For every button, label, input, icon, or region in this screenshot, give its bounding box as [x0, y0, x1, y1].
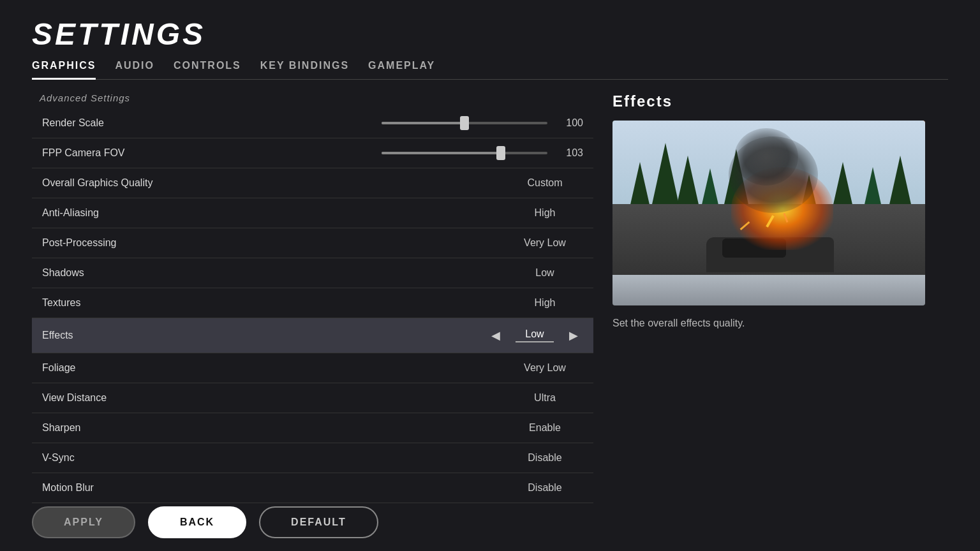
effects-next-button[interactable]: ▶: [564, 327, 583, 344]
render-scale-label: Render Scale: [42, 117, 382, 129]
info-panel: Effects: [593, 92, 948, 503]
setting-row-fpp-fov[interactable]: FPP Camera FOV 103: [32, 138, 593, 168]
page-title: SETTINGS: [32, 19, 948, 50]
anti-aliasing-value: High: [507, 207, 583, 219]
setting-row-shadows[interactable]: Shadows Low: [32, 258, 593, 288]
header: SETTINGS GRAPHICS AUDIO CONTROLS KEY BIN…: [0, 0, 980, 80]
setting-row-effects[interactable]: Effects ◀ Low ▶: [32, 318, 593, 353]
preview-scene: [612, 121, 925, 305]
section-title: Advanced Settings: [32, 92, 593, 103]
foliage-value: Very Low: [507, 362, 583, 374]
default-button[interactable]: DEFAULT: [259, 506, 378, 538]
setting-row-view-distance[interactable]: View Distance Ultra: [32, 383, 593, 413]
snow-ground: [612, 275, 925, 305]
info-description: Set the overall effects quality.: [612, 316, 929, 331]
anti-aliasing-label: Anti-Aliasing: [42, 207, 507, 219]
tab-graphics[interactable]: GRAPHICS: [32, 60, 96, 80]
overall-quality-label: Overall Graphics Quality: [42, 177, 507, 189]
fpp-fov-label: FPP Camera FOV: [42, 147, 382, 159]
textures-label: Textures: [42, 297, 507, 309]
setting-row-textures[interactable]: Textures High: [32, 288, 593, 318]
shadows-label: Shadows: [42, 267, 507, 279]
sharpen-value: Enable: [507, 422, 583, 434]
motion-blur-label: Motion Blur: [42, 482, 507, 494]
info-title: Effects: [612, 92, 929, 110]
setting-row-render-scale[interactable]: Render Scale 100: [32, 108, 593, 138]
tabs-bar: GRAPHICS AUDIO CONTROLS KEY BINDINGS GAM…: [32, 60, 948, 80]
vsync-value: Disable: [507, 452, 583, 464]
render-scale-track[interactable]: [382, 122, 547, 124]
view-distance-value: Ultra: [507, 392, 583, 404]
render-scale-fill: [382, 122, 464, 124]
fpp-fov-thumb[interactable]: [496, 146, 505, 160]
render-scale-slider-container: 100: [382, 117, 583, 129]
foliage-label: Foliage: [42, 362, 507, 374]
effects-prev-button[interactable]: ◀: [486, 327, 505, 344]
effects-value-container: ◀ Low ▶: [486, 327, 583, 344]
apply-button[interactable]: APPLY: [32, 506, 135, 538]
motion-blur-value: Disable: [507, 482, 583, 494]
setting-row-overall-quality[interactable]: Overall Graphics Quality Custom: [32, 168, 593, 198]
shadows-value: Low: [507, 267, 583, 279]
effects-label: Effects: [42, 330, 486, 341]
overall-quality-value: Custom: [507, 177, 583, 189]
fpp-fov-fill: [382, 152, 501, 154]
view-distance-label: View Distance: [42, 392, 507, 404]
render-scale-value: 100: [558, 117, 583, 129]
preview-image: [612, 121, 925, 305]
tab-audio[interactable]: AUDIO: [115, 60, 154, 80]
post-processing-value: Very Low: [507, 237, 583, 249]
post-processing-label: Post-Processing: [42, 237, 507, 249]
back-button[interactable]: BACK: [148, 506, 246, 538]
content-area: Advanced Settings Render Scale 100 FPP C…: [0, 80, 980, 516]
tab-keybindings[interactable]: KEY BINDINGS: [260, 60, 349, 80]
textures-value: High: [507, 297, 583, 309]
settings-panel: Advanced Settings Render Scale 100 FPP C…: [32, 92, 593, 503]
vsync-label: V-Sync: [42, 452, 507, 464]
tab-gameplay[interactable]: GAMEPLAY: [368, 60, 435, 80]
fpp-fov-track[interactable]: [382, 152, 547, 154]
setting-row-vsync[interactable]: V-Sync Disable: [32, 443, 593, 473]
settings-list: Render Scale 100 FPP Camera FOV: [32, 108, 593, 503]
fpp-fov-slider-container: 103: [382, 147, 583, 159]
tab-controls[interactable]: CONTROLS: [174, 60, 241, 80]
setting-row-post-processing[interactable]: Post-Processing Very Low: [32, 228, 593, 258]
setting-row-sharpen[interactable]: Sharpen Enable: [32, 413, 593, 443]
sharpen-label: Sharpen: [42, 422, 507, 434]
footer: APPLY BACK DEFAULT: [0, 494, 980, 551]
fpp-fov-value: 103: [558, 147, 583, 159]
setting-row-foliage[interactable]: Foliage Very Low: [32, 353, 593, 383]
effects-value: Low: [516, 328, 554, 342]
setting-row-anti-aliasing[interactable]: Anti-Aliasing High: [32, 198, 593, 228]
smoke-effect-2: [734, 128, 798, 186]
render-scale-thumb[interactable]: [460, 116, 469, 130]
